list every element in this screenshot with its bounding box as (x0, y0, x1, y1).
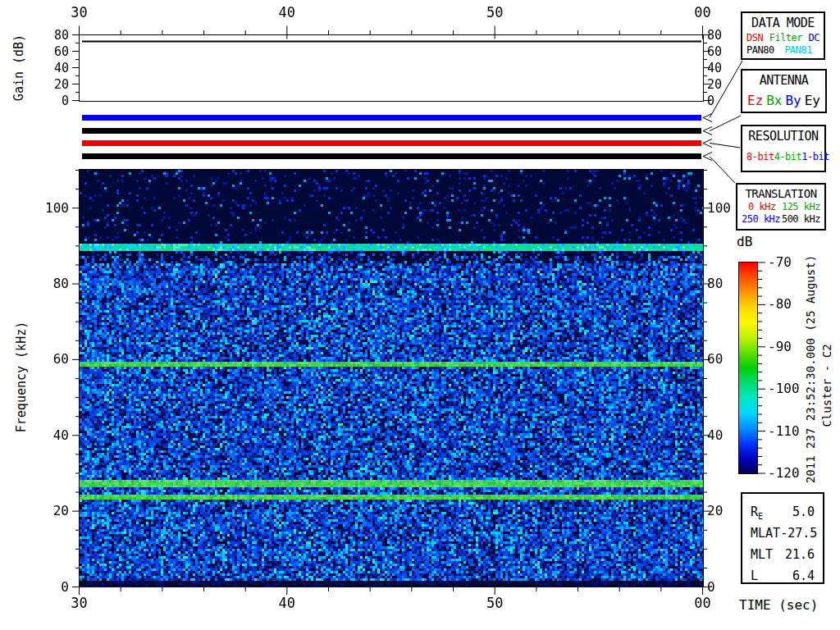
tick-label: 20 (31, 79, 69, 91)
resolution-1bit: 1-bit (801, 151, 829, 162)
gain-axis-label: Gain (dB) (13, 0, 25, 142)
data-mode-options2: PAN80 PAN81 (742, 44, 824, 56)
antenna-bx: Bx (766, 93, 782, 108)
frequency-axis-label: Frequency (kHz) (16, 295, 28, 459)
tick-label: 30 (57, 6, 103, 20)
tick-label: 0 (31, 581, 69, 594)
resolution-title: RESOLUTION (742, 129, 824, 144)
translation-0khz: 0 kHz (748, 201, 776, 212)
antenna-ez: Ez (747, 93, 763, 108)
data-mode-dc: DC (809, 32, 819, 43)
tick-label: -70 (768, 256, 810, 269)
colorbar-unit-label: dB (737, 235, 752, 249)
tick-label: 80 (31, 30, 69, 42)
tick-label: 80 (707, 30, 745, 42)
time-axis-label: TIME (sec) (739, 599, 818, 612)
antenna-title: ANTENNA (742, 73, 825, 88)
tick-label: 0 (707, 95, 745, 107)
ephemeris-label: L (751, 568, 758, 590)
spacecraft-label: Cluster - C2 (821, 328, 833, 443)
ephemeris-label: RE (751, 504, 763, 526)
ephemeris-label: MLT (751, 547, 773, 568)
timestamp-label: 2011 237 23:52:30.000 (25 August) (805, 248, 816, 491)
tick-label: 40 (31, 62, 69, 75)
translation-status-bar (82, 153, 701, 159)
tick-label: 00 (680, 6, 726, 20)
tick-label: -90 (768, 340, 810, 354)
tick-label: 100 (707, 202, 745, 215)
tick-label: -100 (768, 382, 810, 395)
translation-options1: 0 kHz 125 kHz (737, 201, 824, 212)
resolution-4bit: 4-bit (774, 151, 802, 162)
tick-label: 40 (31, 429, 69, 442)
gain-plot (79, 34, 704, 102)
tick-label: -120 (768, 467, 810, 480)
tick-label: 0 (31, 95, 69, 107)
translation-500khz: 500 kHz (782, 213, 820, 225)
tick-label: 60 (707, 353, 745, 366)
tick-label: 40 (707, 62, 745, 75)
tick-label: 20 (707, 79, 745, 91)
tick-label: 60 (31, 46, 69, 58)
ephemeris-value: 5.0 (792, 504, 815, 526)
translation-125khz: 125 kHz (782, 201, 820, 212)
translation-title: TRANSLATION (737, 187, 824, 200)
tick-label: 80 (707, 277, 745, 290)
antenna-ey: Ey (805, 93, 820, 108)
antenna-options: Ez Bx By Ey (742, 93, 825, 108)
ephemeris-row-re: RE 5.0 (751, 504, 815, 526)
tick-label: 60 (707, 46, 745, 58)
tick-label: 40 (264, 596, 310, 610)
tick-label: -110 (768, 425, 810, 438)
resolution-8bit: 8-bit (746, 151, 774, 162)
tick-label: 60 (31, 353, 69, 366)
ephemeris-value: 21.6 (785, 547, 815, 568)
tick-label: 100 (31, 202, 69, 215)
translation-panel: TRANSLATION 0 kHz 125 kHz 250 kHz 500 kH… (736, 183, 826, 231)
tick-label: 20 (31, 504, 69, 518)
ephemeris-value: 6.4 (792, 568, 815, 590)
data-mode-pan80: PAN80 (746, 44, 774, 56)
data-mode-panel: DATA MODE DSN Filter DC PAN80 PAN81 (741, 11, 825, 60)
translation-250khz: 250 kHz (742, 213, 780, 225)
data-mode-title: DATA MODE (742, 16, 824, 30)
data-mode-filter: Filter (769, 32, 802, 43)
spectrogram-heatmap (79, 169, 704, 587)
ephemeris-row-mlt: MLT 21.6 (751, 547, 815, 568)
antenna-by: By (785, 93, 801, 108)
tick-label: 50 (472, 6, 518, 20)
ephemeris-value: -27.5 (780, 526, 817, 547)
tick-label: 0 (707, 581, 745, 594)
tick-label: 40 (264, 6, 310, 20)
resolution-panel: RESOLUTION 8-bit 4-bit 1-bit (741, 125, 826, 172)
tick-label: -80 (768, 298, 810, 311)
data-mode-options: DSN Filter DC (742, 32, 824, 43)
data-mode-status-bar (82, 115, 701, 121)
ephemeris-row-mlat: MLAT -27.5 (751, 526, 815, 547)
tick-label: 20 (707, 504, 745, 518)
tick-label: 50 (472, 596, 518, 610)
tick-label: 80 (31, 277, 69, 290)
tick-label: 30 (57, 596, 103, 610)
tick-label: 40 (707, 429, 745, 442)
data-mode-pan81: PAN81 (784, 44, 812, 56)
data-mode-dsn: DSN (746, 32, 763, 43)
ephemeris-label: MLAT (751, 526, 780, 547)
ephemeris-row-l: L 6.4 (751, 568, 815, 590)
tick-label: 00 (680, 596, 726, 610)
wbd-spectrogram-display: Gain (dB) Frequency (kHz) dB 2011 237 23… (0, 0, 840, 630)
resolution-options: 8-bit 4-bit 1-bit (742, 151, 824, 162)
resolution-status-bar (82, 140, 701, 146)
translation-options2: 250 kHz 500 kHz (737, 213, 824, 225)
antenna-panel: ANTENNA Ez Bx By Ey (741, 69, 827, 113)
antenna-status-bar (82, 128, 701, 134)
ephemeris-panel: RE 5.0 MLAT -27.5 MLT 21.6 L 6.4 (741, 492, 824, 584)
